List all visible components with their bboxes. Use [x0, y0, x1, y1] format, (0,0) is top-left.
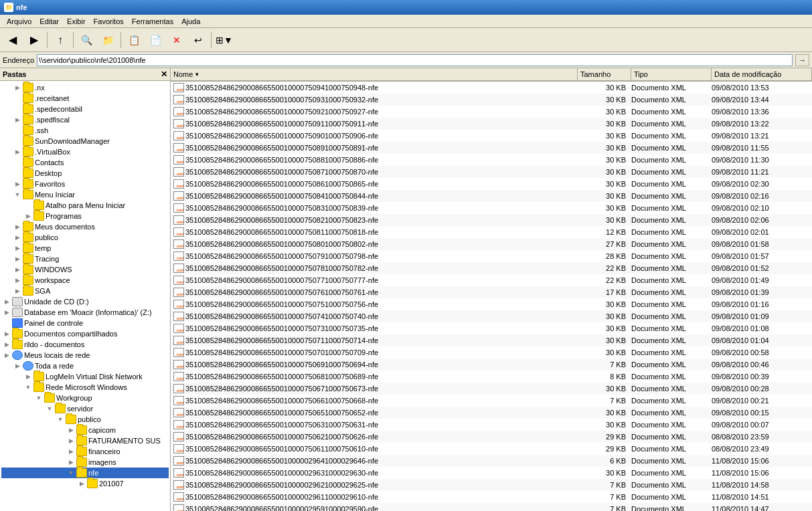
file-row[interactable]: 3510085284862900086655001000075088100075…	[171, 154, 812, 166]
tree-item-temp[interactable]: ▶temp	[1, 243, 169, 253]
tree-expander-compartilhados[interactable]: ▶	[3, 330, 11, 338]
file-row[interactable]: 3510085284862900086655001000075078100075…	[171, 262, 812, 274]
file-row[interactable]: 3510085284862900086655001000075086100075…	[171, 178, 812, 190]
file-row[interactable]: 3510085284862900086655001000075093100075…	[171, 94, 812, 106]
tree-expander-publico[interactable]: ▶	[13, 233, 21, 241]
file-row[interactable]: 3510085284862900086655001000075070100075…	[171, 346, 812, 359]
tree-item-virtualbox[interactable]: ▶.VirtualBox	[1, 146, 169, 157]
file-row[interactable]: 3510085284862900086655001000075084100075…	[171, 190, 812, 202]
file-row[interactable]: 3510085284862900086655001000075082100075…	[171, 214, 812, 226]
tree-item-atalho[interactable]: Atalho para Menu Iniciar	[1, 200, 169, 211]
tree-item-capicom[interactable]: ▶capicom	[1, 425, 169, 435]
tree-item-spedecontabil[interactable]: .spedecontabil	[1, 104, 169, 114]
file-row[interactable]: 3510085284862900086655001000075062100075…	[171, 431, 812, 443]
tree-expander-programas[interactable]: ▶	[24, 212, 32, 220]
tree-item-database[interactable]: ▶Database em 'Moacir (Informatica)' (Z:)	[1, 307, 169, 318]
tree-expander-workspace[interactable]: ▶	[13, 276, 21, 284]
file-row[interactable]: 3510085284862900086655001000075069100075…	[171, 359, 812, 371]
tree-item-todaarede[interactable]: ▶Toda a rede	[1, 361, 169, 371]
tree-expander-logmein[interactable]: ▶	[24, 373, 32, 381]
column-header-type[interactable]: Tipo	[631, 68, 712, 80]
tree-expander-nx[interactable]: ▶	[13, 84, 21, 92]
panel-close-button[interactable]: ✕	[161, 70, 167, 79]
tree-expander-unidadecd[interactable]: ▶	[3, 298, 11, 306]
file-row[interactable]: 3510085284862900086655001000002964100002…	[171, 455, 812, 467]
file-row[interactable]: 3510085284862900086655001000075077100075…	[171, 274, 812, 286]
folders-button[interactable]: 📁	[98, 31, 118, 49]
tree-item-financeiro[interactable]: ▶financeiro	[1, 446, 169, 457]
tree-expander-todaarede[interactable]: ▶	[13, 362, 21, 370]
tree-expander-nfe[interactable]: ▼	[67, 469, 75, 477]
file-row[interactable]: 3510085284862900086655001000075094100075…	[171, 82, 812, 94]
tree-item-logmein[interactable]: ▶LogMeIn Virtual Disk Network	[1, 371, 169, 382]
menu-item-ferramentas[interactable]: Ferramentas	[128, 16, 177, 27]
file-row[interactable]: 3510085284862900086655001000075075100075…	[171, 298, 812, 310]
delete-button[interactable]: ✕	[167, 31, 187, 49]
tree-expander-faturamento[interactable]: ▶	[67, 437, 75, 445]
tree-item-servidor[interactable]: ▼servidor	[1, 403, 169, 414]
tree-expander-database[interactable]: ▶	[3, 308, 11, 316]
tree-item-tracing[interactable]: ▶Tracing	[1, 253, 169, 264]
tree-item-faturamento[interactable]: ▶FATURAMENTO SUS	[1, 435, 169, 446]
file-row[interactable]: 3510085284862900086655001000002961100002…	[171, 491, 812, 503]
file-row[interactable]: 3510085284862900086655001000075067100075…	[171, 383, 812, 395]
tree-item-workspace[interactable]: ▶workspace	[1, 275, 169, 286]
copy-button[interactable]: 📄	[145, 31, 165, 49]
file-row[interactable]: 3510085284862900086655001000075073100075…	[171, 322, 812, 334]
file-row[interactable]: 3510085284862900086655001000002963100002…	[171, 467, 812, 479]
file-row[interactable]: 3510085284862900086655001000075074100075…	[171, 310, 812, 322]
menu-item-arquivo[interactable]: Arquivo	[3, 16, 35, 27]
tree-expander-spedfiscal[interactable]: ▶	[13, 116, 21, 124]
tree-item-meuslocais[interactable]: ▶Meus locais de rede	[1, 350, 169, 361]
file-row[interactable]: 3510085284862900086655001000075065100075…	[171, 407, 812, 419]
file-row[interactable]: 3510085284862900086655001000075091100075…	[171, 118, 812, 130]
tree-item-2007[interactable]: ▶201007	[1, 478, 169, 489]
tree-item-spedfiscal[interactable]: ▶.spedfiscal	[1, 114, 169, 125]
file-row[interactable]: 3510085284862900086655001000075090100075…	[171, 130, 812, 142]
tree-expander-meusdocs[interactable]: ▶	[13, 223, 21, 231]
column-header-size[interactable]: Tamanho	[578, 68, 631, 80]
menu-item-ajuda[interactable]: Ajuda	[177, 16, 204, 27]
menu-item-favoritos[interactable]: Favoritos	[90, 16, 128, 27]
tree-item-desktop[interactable]: Desktop	[1, 168, 169, 179]
tree-expander-imagens[interactable]: ▶	[67, 458, 75, 466]
tree-item-programas[interactable]: ▶Programas	[1, 211, 169, 221]
undo-button[interactable]: ↩	[188, 31, 208, 49]
file-row[interactable]: 3510085284862900086655001000075076100075…	[171, 286, 812, 298]
file-row[interactable]: 3510085284862900086655001000075083100075…	[171, 202, 812, 214]
move-button[interactable]: 📋	[124, 31, 144, 49]
back-button[interactable]: ◀	[3, 31, 23, 49]
menu-item-exibir[interactable]: Exibir	[63, 16, 90, 27]
tree-expander-tracing[interactable]: ▶	[13, 255, 21, 263]
file-row[interactable]: 3510085284862900086655001000075087100075…	[171, 166, 812, 178]
tree-expander-windows[interactable]: ▶	[13, 266, 21, 274]
tree-expander-publico2[interactable]: ▼	[56, 415, 64, 423]
tree-expander-favoritos[interactable]: ▶	[13, 180, 21, 188]
tree-expander-workgroup[interactable]: ▼	[35, 394, 43, 402]
tree-item-unidadecd[interactable]: ▶Unidade de CD (D:)	[1, 296, 169, 307]
tree-item-sundownload[interactable]: SunDownloadManager	[1, 136, 169, 146]
tree-item-publico[interactable]: ▶publico	[1, 232, 169, 243]
search-button[interactable]: 🔍	[76, 31, 96, 49]
tree-expander-rildo[interactable]: ▶	[3, 340, 11, 348]
file-row[interactable]: 3510085284862900086655001000002959100002…	[171, 503, 812, 511]
tree-expander-virtualbox[interactable]: ▶	[13, 148, 21, 156]
column-header-date[interactable]: Data de modificação	[712, 68, 812, 80]
tree-expander-menuiniciar[interactable]: ▼	[13, 191, 21, 199]
file-row[interactable]: 3510085284862900086655001000075061100075…	[171, 443, 812, 455]
tree-expander-2007[interactable]: ▶	[78, 480, 86, 488]
file-row[interactable]: 3510085284862900086655001000002962100002…	[171, 479, 812, 491]
tree-item-publico2[interactable]: ▼publico	[1, 414, 169, 425]
up-button[interactable]: ↑	[50, 31, 70, 49]
file-row[interactable]: 3510085284862900086655001000075071100075…	[171, 334, 812, 346]
file-row[interactable]: 3510085284862900086655001000075079100075…	[171, 250, 812, 262]
menu-item-editar[interactable]: Editar	[35, 16, 63, 27]
tree-item-receitanet[interactable]: .receitanet	[1, 93, 169, 104]
go-button[interactable]: →	[795, 54, 809, 66]
tree-item-nfe[interactable]: ▼nfe	[1, 468, 169, 478]
tree-item-nx[interactable]: ▶.nx	[1, 82, 169, 93]
tree-item-favoritos[interactable]: ▶Favoritos	[1, 179, 169, 189]
tree-expander-financeiro[interactable]: ▶	[67, 447, 75, 455]
tree-item-redemicrosoft[interactable]: ▼Rede Microsoft Windows	[1, 382, 169, 393]
tree-item-windows[interactable]: ▶WINDOWS	[1, 264, 169, 275]
